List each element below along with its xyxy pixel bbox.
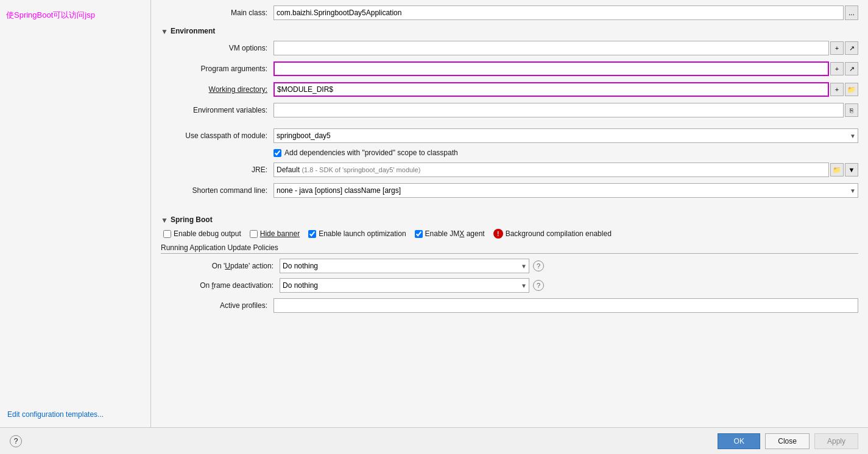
spring-boot-arrow[interactable]: ▼ xyxy=(161,216,168,223)
close-button[interactable]: Close xyxy=(765,433,810,449)
program-args-add-btn[interactable]: + xyxy=(830,62,844,75)
enable-debug-item[interactable]: Enable debug output xyxy=(163,229,241,238)
spring-boot-label: Spring Boot xyxy=(171,215,213,224)
spring-boot-section-header: ▼ Spring Boot xyxy=(161,215,858,224)
on-update-label-text: On 'Update' action: xyxy=(212,262,273,270)
on-frame-select[interactable]: Do nothing Update classes and resources … xyxy=(280,278,529,293)
bg-compilation-label: Background compilation enabled xyxy=(506,229,612,238)
working-dir-row: Working directory: + 📁 xyxy=(161,82,858,97)
content-area: Main class: ... ▼ Environment VM options… xyxy=(151,0,868,427)
enable-launch-item[interactable]: Enable launch optimization xyxy=(308,229,406,238)
shorten-label: Shorten command line: xyxy=(161,186,273,195)
add-deps-checkbox[interactable] xyxy=(273,149,281,157)
working-dir-add-btn[interactable]: + xyxy=(830,83,844,96)
shorten-select[interactable]: none - java [options] className [args] xyxy=(273,183,858,198)
enable-launch-label: Enable launch optimization xyxy=(319,229,406,238)
classpath-select-wrapper: springboot_day5 ▼ xyxy=(273,128,858,143)
jre-extra-text: (1.8 - SDK of 'springboot_day5' module) xyxy=(302,166,420,173)
program-args-label: Program arguments: xyxy=(161,65,273,73)
program-args-expand-btn[interactable]: ↗ xyxy=(845,62,858,75)
jre-browse-btn[interactable]: 📁 xyxy=(830,163,844,176)
running-app-header: Running Application Update Policies xyxy=(161,243,858,254)
classpath-row: Use classpath of module: springboot_day5… xyxy=(161,128,858,144)
active-profiles-label: Active profiles: xyxy=(161,301,273,310)
shorten-row: Shorten command line: none - java [optio… xyxy=(161,183,858,198)
bottom-bar: ? OK Close Apply xyxy=(0,427,868,454)
on-update-label: On 'Update' action: xyxy=(179,262,280,270)
running-app-title-text: Running Application Update Policies xyxy=(161,243,278,252)
running-app-title: Running Application Update Policies xyxy=(161,243,858,254)
on-frame-label: On frame deactivation: xyxy=(179,281,280,290)
jre-select-wrapper: Default (1.8 - SDK of 'springboot_day5' … xyxy=(273,162,858,177)
on-update-select[interactable]: Do nothing Update classes and resources … xyxy=(280,259,529,273)
active-profiles-row: Active profiles: xyxy=(161,298,858,313)
environment-arrow[interactable]: ▼ xyxy=(161,27,168,35)
on-update-row: On 'Update' action: Do nothing Update cl… xyxy=(161,259,858,273)
env-vars-row: Environment variables: ⎘ xyxy=(161,102,858,118)
env-vars-group: ⎘ xyxy=(273,103,858,117)
on-frame-help-icon[interactable]: ? xyxy=(533,280,544,291)
main-class-input-group: ... xyxy=(273,5,858,20)
vm-options-expand-btn[interactable]: ↗ xyxy=(845,41,858,55)
bg-compilation-item: ! Background compilation enabled xyxy=(493,229,612,239)
on-update-select-wrapper: Do nothing Update classes and resources … xyxy=(280,259,529,273)
jre-label: JRE: xyxy=(161,166,273,174)
program-args-input[interactable] xyxy=(273,61,829,76)
annotation-text: 使SpringBoot可以访问jsp xyxy=(0,5,150,26)
apply-button[interactable]: Apply xyxy=(814,433,858,449)
vm-options-input[interactable] xyxy=(273,41,829,55)
active-profiles-input[interactable] xyxy=(273,298,858,313)
vm-options-group: + ↗ xyxy=(273,41,858,55)
sidebar-content: 使SpringBoot可以访问jsp xyxy=(0,0,150,407)
main-layout: 使SpringBoot可以访问jsp Edit configuration te… xyxy=(0,0,868,427)
classpath-label: Use classpath of module: xyxy=(161,131,273,140)
hide-banner-item[interactable]: Hide banner xyxy=(250,229,300,238)
spring-boot-checkboxes: Enable debug output Hide banner Enable l… xyxy=(161,229,858,239)
jre-default-text: Default xyxy=(277,166,300,174)
hide-banner-label: Hide banner xyxy=(260,229,300,238)
working-dir-input[interactable] xyxy=(273,82,829,97)
on-update-help-icon[interactable]: ? xyxy=(533,260,544,271)
add-deps-row: Add dependencies with "provided" scope t… xyxy=(161,148,858,157)
bg-compilation-warning-icon: ! xyxy=(493,229,503,239)
enable-debug-label: Enable debug output xyxy=(174,229,241,238)
shorten-select-wrapper: none - java [options] className [args] ▼ xyxy=(273,183,858,198)
env-vars-label: Environment variables: xyxy=(161,106,273,114)
working-dir-browse-btn[interactable]: 📁 xyxy=(845,83,858,96)
vm-options-row: VM options: + ↗ xyxy=(161,40,858,56)
enable-launch-checkbox[interactable] xyxy=(308,230,316,238)
enable-jmx-checkbox[interactable] xyxy=(415,230,423,238)
on-frame-label-text: On frame deactivation: xyxy=(200,281,273,290)
main-class-row: Main class: ... xyxy=(161,5,858,21)
working-dir-label: Working directory: xyxy=(161,85,273,94)
jre-display[interactable]: Default (1.8 - SDK of 'springboot_day5' … xyxy=(273,162,829,177)
help-button[interactable]: ? xyxy=(10,435,22,447)
on-frame-row: On frame deactivation: Do nothing Update… xyxy=(161,278,858,293)
program-args-group: + ↗ xyxy=(273,61,858,76)
enable-jmx-label: Enable JMX agent xyxy=(425,229,485,238)
jre-dropdown-btn[interactable]: ▼ xyxy=(845,163,858,176)
program-args-row: Program arguments: + ↗ xyxy=(161,61,858,77)
env-vars-copy-btn[interactable]: ⎘ xyxy=(845,103,858,117)
main-class-input[interactable] xyxy=(273,5,844,20)
running-app-section: Running Application Update Policies On '… xyxy=(161,243,858,293)
add-deps-label: Add dependencies with "provided" scope t… xyxy=(284,148,458,157)
environment-label: Environment xyxy=(171,27,215,35)
vm-options-label: VM options: xyxy=(161,44,273,52)
jre-row: JRE: Default (1.8 - SDK of 'springboot_d… xyxy=(161,162,858,178)
main-class-browse-btn[interactable]: ... xyxy=(845,5,858,20)
on-frame-select-wrapper: Do nothing Update classes and resources … xyxy=(280,278,529,293)
env-vars-input[interactable] xyxy=(273,103,844,117)
main-class-label: Main class: xyxy=(161,9,273,17)
working-dir-group: + 📁 xyxy=(273,82,858,97)
ok-button[interactable]: OK xyxy=(718,433,760,449)
vm-options-add-btn[interactable]: + xyxy=(830,41,844,55)
hide-banner-checkbox[interactable] xyxy=(250,230,258,238)
sidebar: 使SpringBoot可以访问jsp Edit configuration te… xyxy=(0,0,151,427)
environment-section-header: ▼ Environment xyxy=(161,27,858,35)
enable-jmx-item[interactable]: Enable JMX agent xyxy=(415,229,485,238)
enable-debug-checkbox[interactable] xyxy=(163,230,171,238)
classpath-select[interactable]: springboot_day5 xyxy=(273,128,858,143)
edit-templates-link[interactable]: Edit configuration templates... xyxy=(0,407,150,422)
